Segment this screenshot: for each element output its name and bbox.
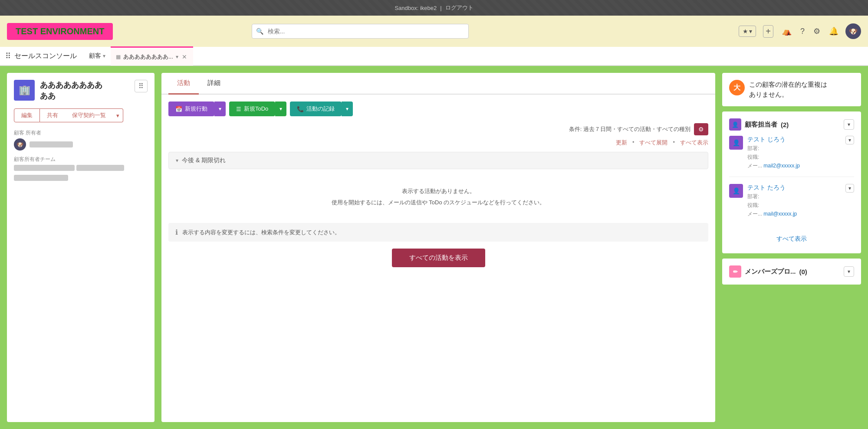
contacts-count: (2) — [781, 121, 789, 128]
contacts-card-title: 👤 顧客担当者 (2) — [729, 118, 789, 131]
nav-chevron-icon: ▾ — [103, 53, 105, 59]
search-bar-container: 🔍 — [252, 24, 469, 39]
upcoming-section-header[interactable]: ▾ 今後 & 期限切れ — [168, 152, 708, 169]
search-input[interactable] — [252, 24, 469, 39]
record-activity-button[interactable]: 📞 活動の記録 — [290, 102, 342, 116]
action-dropdown-button[interactable]: ▾ — [113, 108, 123, 122]
team-member-2 — [76, 165, 124, 171]
contact2-name[interactable]: テスト たろう — [747, 184, 786, 191]
members-card-title: ✏ メンバーズプロ... (0) — [729, 265, 807, 278]
tab-activity[interactable]: 活動 — [168, 73, 199, 95]
plus-icon: + — [763, 25, 773, 38]
chevron-down-icon: ▾ — [749, 28, 752, 35]
team-member-1 — [14, 165, 75, 171]
top-bar-divider: | — [440, 5, 441, 11]
calendar-icon: 📅 — [175, 106, 182, 112]
owner-label: 顧客 所有者 — [14, 129, 148, 137]
owner-team-label: 顧客所有者チーム — [14, 156, 148, 163]
contact1-dropdown-button[interactable]: ▾ — [845, 136, 854, 144]
campfire-button[interactable]: ⛺ — [780, 25, 793, 38]
campfire-icon: ⛺ — [782, 26, 792, 36]
owner-field: 🐶 — [14, 138, 148, 151]
company-header: 🏢 ああああああああああ ⠿ — [14, 80, 148, 102]
team-member-3 — [14, 175, 68, 181]
checklist-icon: ☰ — [236, 106, 241, 112]
duplicate-icon: 大 — [729, 80, 745, 95]
new-action-dropdown[interactable]: ▾ — [214, 102, 226, 116]
center-content: 📅 新規行動 ▾ ☰ 新規ToDo ▾ 📞 活動の記録 — [161, 95, 715, 281]
new-action-button[interactable]: 📅 新規行動 — [168, 102, 214, 116]
edit-button[interactable]: 編集 — [14, 108, 40, 122]
tab-details[interactable]: 詳細 — [199, 73, 229, 95]
contacts-title: 顧客担当者 — [745, 121, 777, 129]
new-todo-group: ☰ 新規ToDo ▾ — [229, 102, 286, 116]
members-dropdown-button[interactable]: ▾ — [844, 266, 854, 277]
contacts-card: 👤 顧客担当者 (2) ▾ 👤 テスト じろう 部署: 役職: — [722, 111, 861, 253]
expand-all-link[interactable]: すべて展開 — [639, 139, 667, 147]
company-icon: 🏢 — [14, 80, 35, 101]
add-button[interactable]: + — [761, 23, 775, 39]
logout-link[interactable]: ログアウト — [445, 4, 473, 12]
tab-grid-icon: ▦ — [116, 54, 121, 60]
update-link[interactable]: 更新 — [616, 139, 627, 147]
notifications-button[interactable]: 🔔 — [827, 25, 840, 38]
info-box: ℹ 表示する内容を変更するには、検索条件を変更してください。 — [168, 223, 708, 242]
empty-state-line2: 使用を開始するには、メールの送信や ToDo のスケジュールなどを行ってください… — [175, 199, 701, 206]
company-name: ああああああああああ — [40, 80, 129, 102]
members-card-header: ✏ メンバーズプロ... (0) ▾ — [729, 265, 854, 278]
help-button[interactable]: ? — [799, 25, 806, 38]
tab-chevron-icon[interactable]: ▾ — [176, 54, 178, 60]
new-action-group: 📅 新規行動 ▾ — [168, 102, 226, 116]
contacts-show-all-link[interactable]: すべて表示 — [729, 232, 854, 246]
nav-item-label: 顧客 — [89, 52, 101, 60]
contact-item-2: 👤 テスト たろう 部署: 役職: メー... mail@xxxxx.jp — [729, 184, 854, 225]
header: TEST ENVIRONMENT 🔍 ★ ▾ + ⛺ ? ⚙ 🔔 🐶 — [0, 16, 868, 47]
filter-gear-button[interactable]: ⚙ — [694, 123, 708, 135]
tabs-header: 活動 詳細 — [161, 73, 715, 95]
filter-bar: 条件: 過去７日間・すべての活動・すべての種別 ⚙ — [168, 123, 708, 135]
contact2-details: テスト たろう 部署: 役職: メー... mail@xxxxx.jp — [747, 184, 841, 218]
main-content: 🏢 ああああああああああ ⠿ 編集 共有 保守契約一覧 ▾ 顧客 所有者 🐶 顧… — [0, 66, 868, 429]
top-bar: Sandbox: ikebe2 | ログアウト — [0, 0, 868, 16]
filter-links: 更新 • すべて展開 • すべて表示 — [168, 139, 708, 147]
owner-name — [30, 141, 73, 147]
contact1-role: 役職: — [747, 154, 841, 161]
section-chevron-icon: ▾ — [176, 157, 178, 164]
settings-button[interactable]: ⚙ — [812, 25, 822, 38]
sandbox-label: Sandbox: ikebe2 — [395, 5, 437, 11]
members-title: メンバーズプロ... — [745, 268, 796, 276]
contact1-email-link[interactable]: mail2@xxxxx.jp — [763, 163, 800, 169]
contracts-button[interactable]: 保守契約一覧 — [65, 108, 113, 122]
record-dropdown[interactable]: ▾ — [342, 102, 353, 116]
contact2-email-link[interactable]: mail@xxxxx.jp — [763, 211, 797, 217]
contacts-dropdown-button[interactable]: ▾ — [844, 119, 854, 130]
contact2-email: メー... mail@xxxxx.jp — [747, 210, 841, 218]
contact2-avatar: 👤 — [729, 184, 743, 198]
header-actions: ★ ▾ + ⛺ ? ⚙ 🔔 🐶 — [739, 23, 861, 39]
share-button[interactable]: 共有 — [40, 108, 65, 122]
empty-state: 表示する活動がありません。 使用を開始するには、メールの送信や ToDo のスケ… — [168, 174, 708, 223]
info-icon: ℹ — [175, 228, 178, 236]
contact1-name[interactable]: テスト じろう — [747, 136, 786, 143]
org-button[interactable]: ⠿ — [135, 80, 148, 92]
contact2-dropdown-button[interactable]: ▾ — [845, 184, 854, 193]
tab-close-button[interactable]: ✕ — [181, 52, 188, 61]
grid-icon[interactable]: ⠿ — [5, 51, 11, 61]
duplicate-card: 大 この顧客の潜在的な重複はありません。 — [722, 73, 861, 106]
favorites-button[interactable]: ★ ▾ — [739, 26, 756, 37]
show-all-activities-button[interactable]: すべての活動を表示 — [392, 249, 485, 267]
contacts-icon: 👤 — [729, 118, 741, 131]
user-avatar[interactable]: 🐶 — [845, 23, 861, 39]
active-tab[interactable]: ▦ ああああああああ... ▾ ✕ — [111, 46, 193, 65]
phone-icon: 📞 — [297, 106, 304, 112]
nav-item-customers[interactable]: 顧客 ▾ — [84, 46, 111, 65]
members-card: ✏ メンバーズプロ... (0) ▾ — [722, 259, 861, 285]
contact1-details: テスト じろう 部署: 役職: メー... mail2@xxxxx.jp — [747, 136, 841, 170]
show-all-link[interactable]: すべて表示 — [680, 139, 708, 147]
center-panel: 活動 詳細 📅 新規行動 ▾ ☰ 新規ToDo — [161, 73, 715, 422]
contact-item-1: 👤 テスト じろう 部署: 役職: メー... mail2@xxxxx.jp — [729, 136, 854, 177]
new-todo-dropdown[interactable]: ▾ — [275, 102, 286, 116]
left-panel: 🏢 ああああああああああ ⠿ 編集 共有 保守契約一覧 ▾ 顧客 所有者 🐶 顧… — [7, 73, 155, 422]
members-icon: ✏ — [729, 265, 741, 278]
new-todo-button[interactable]: ☰ 新規ToDo — [229, 102, 275, 116]
